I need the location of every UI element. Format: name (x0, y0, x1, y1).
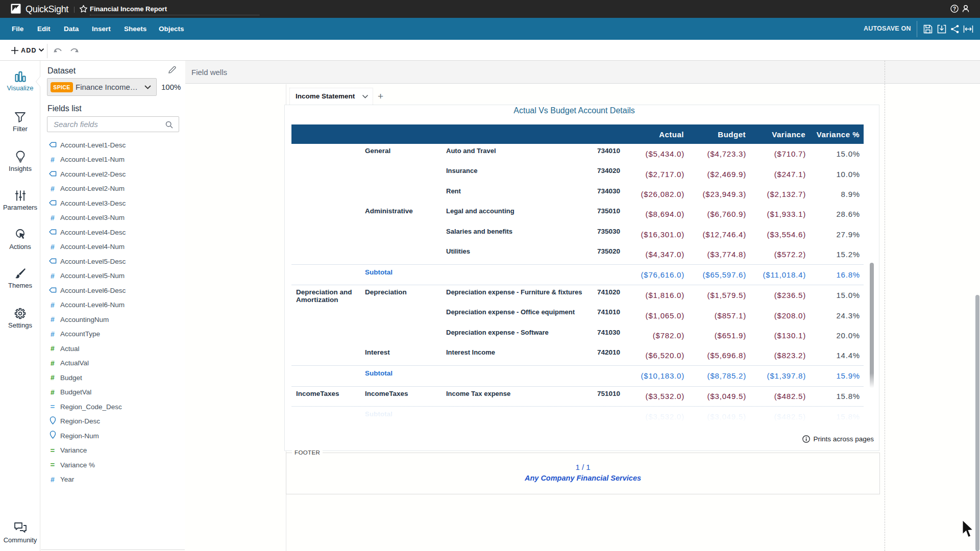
svg-text:?: ? (953, 6, 956, 12)
